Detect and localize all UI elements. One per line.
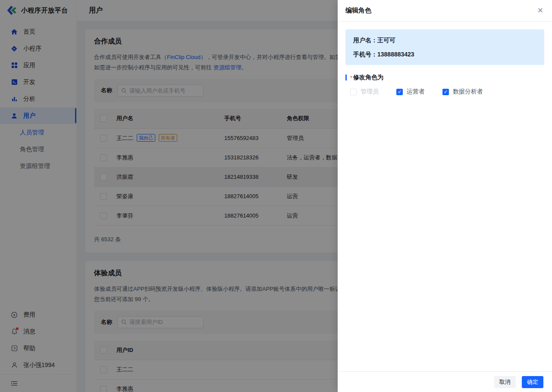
drawer-footer: 取消 确定 [338,371,552,392]
user-info-box: 用户名：王可可 手机号：13888883423 [345,29,544,65]
username-value: 王可可 [377,37,395,44]
drawer-title: 编辑角色 [345,6,371,15]
modify-roles-section-header: * 修改角色为 [345,74,544,81]
role-option-operator[interactable]: ✓ 运营者 [396,88,425,96]
role-option-data-analyst[interactable]: ✓ 数据分析者 [442,88,483,96]
drawer-body: 用户名：王可可 手机号：13888883423 * 修改角色为 管理员 ✓ 运营… [338,22,552,371]
cancel-button[interactable]: 取消 [494,376,516,388]
phone-line: 手机号：13888883423 [353,50,536,59]
edit-role-drawer: 编辑角色 ✕ 用户名：王可可 手机号：13888883423 * 修改角色为 管… [338,0,552,392]
close-icon[interactable]: ✕ [537,7,543,14]
checkbox-icon[interactable]: ✓ [396,89,403,95]
confirm-button[interactable]: 确定 [522,376,543,388]
section-title: 修改角色为 [353,74,383,81]
role-checkbox-group: 管理员 ✓ 运营者 ✓ 数据分析者 [350,88,544,96]
required-asterisk: * [350,75,352,81]
checkbox-icon[interactable] [350,89,357,95]
username-line: 用户名：王可可 [353,35,536,45]
section-accent-bar [345,75,347,81]
phone-value: 13888883423 [377,51,414,58]
drawer-header: 编辑角色 ✕ [338,0,552,22]
checkbox-icon[interactable]: ✓ [442,89,449,95]
role-option-admin[interactable]: 管理员 [350,88,379,96]
